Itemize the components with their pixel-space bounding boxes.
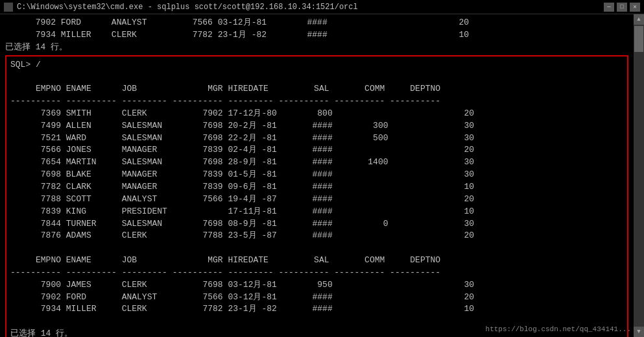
column-header-2: EMPNO ENAME JOB MGR HIREDATE SAL COMM DE… bbox=[10, 255, 623, 267]
watermark: https://blog.csdn.net/qq_434141... bbox=[486, 325, 631, 333]
top-line-1: 7902 FORD ANALYST 7566 03-12月-81 #### 20 bbox=[5, 17, 639, 29]
title-bar-controls: ─ □ ✕ bbox=[604, 3, 640, 12]
title-bar-left: C:\Windows\system32\cmd.exe - sqlplus sc… bbox=[4, 3, 358, 12]
red-box-section: SQL> / EMPNO ENAME JOB MGR HIREDATE SAL … bbox=[5, 55, 628, 337]
title-bar: C:\Windows\system32\cmd.exe - sqlplus sc… bbox=[0, 0, 644, 14]
row-11: 7876 ADAMS CLERK 7788 23-5月 -87 #### 20 bbox=[10, 230, 623, 242]
sql-prompt-1: SQL> / bbox=[10, 59, 623, 71]
row-3: 7521 WARD SALESMAN 7698 22-2月 -81 #### 5… bbox=[10, 132, 623, 145]
row2-1: 7900 JAMES CLERK 7698 03-12月-81 950 30 bbox=[10, 279, 623, 292]
blank-line-1 bbox=[10, 71, 623, 83]
scroll-up-button[interactable]: ▲ bbox=[634, 14, 644, 25]
row-10: 7844 TURNER SALESMAN 7698 08-9月 -81 ####… bbox=[10, 218, 623, 231]
scroll-down-button[interactable]: ▼ bbox=[634, 327, 644, 337]
minimize-button[interactable]: ─ bbox=[604, 3, 614, 12]
column-header: EMPNO ENAME JOB MGR HIREDATE SAL COMM DE… bbox=[10, 83, 623, 95]
terminal: 7902 FORD ANALYST 7566 03-12月-81 #### 20… bbox=[0, 14, 644, 337]
row2-2: 7902 FORD ANALYST 7566 03-12月-81 #### 20 bbox=[10, 292, 623, 304]
row-1: 7369 SMITH CLERK 7902 17-12月-80 800 20 bbox=[10, 108, 623, 120]
row-8: 7788 SCOTT ANALYST 7566 19-4月 -87 #### 2… bbox=[10, 193, 623, 206]
scrollbar[interactable]: ▲ ▼ bbox=[634, 14, 644, 337]
divider-1: ---------- ---------- --------- --------… bbox=[10, 95, 623, 108]
row-5: 7654 MARTIN SALESMAN 7698 28-9月 -81 ####… bbox=[10, 156, 623, 169]
top-line-2: 7934 MILLER CLERK 7782 23-1月 -82 #### 10 bbox=[5, 29, 639, 42]
cmd-icon bbox=[4, 3, 13, 12]
row-7: 7782 CLARK MANAGER 7839 09-6月 -81 #### 1… bbox=[10, 181, 623, 193]
row-9: 7839 KING PRESIDENT 17-11月-81 #### 10 bbox=[10, 206, 623, 218]
row2-3: 7934 MILLER CLERK 7782 23-1月 -82 #### 10 bbox=[10, 303, 623, 316]
scrollbar-thumb[interactable] bbox=[634, 26, 643, 52]
blank-line-2 bbox=[10, 242, 623, 255]
divider-2: ---------- ---------- --------- --------… bbox=[10, 267, 623, 279]
close-button[interactable]: ✕ bbox=[630, 3, 640, 12]
row-2: 7499 ALLEN SALESMAN 7698 20-2月 -81 #### … bbox=[10, 120, 623, 132]
selected-msg-1: 已选择 14 行。 bbox=[5, 42, 639, 54]
row-6: 7698 BLAKE MANAGER 7839 01-5月 -81 #### 3… bbox=[10, 169, 623, 181]
row-4: 7566 JONES MANAGER 7839 02-4月 -81 #### 2… bbox=[10, 144, 623, 156]
title-bar-text: C:\Windows\system32\cmd.exe - sqlplus sc… bbox=[17, 3, 358, 12]
maximize-button[interactable]: □ bbox=[617, 3, 627, 12]
